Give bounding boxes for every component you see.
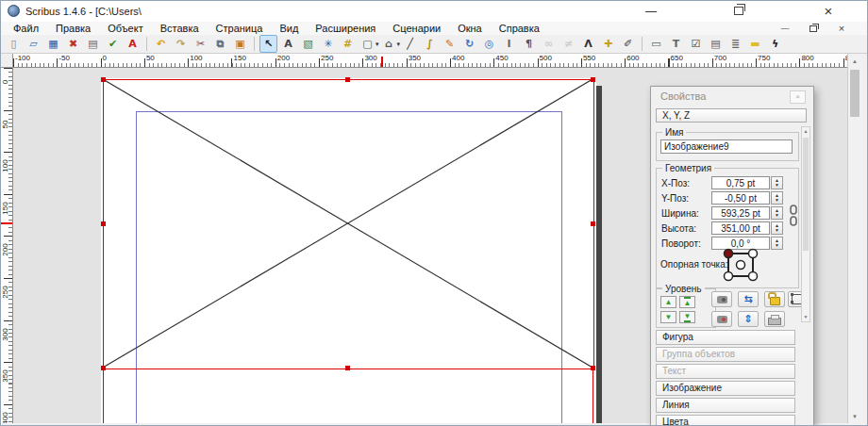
- scrollbar-thumb[interactable]: [850, 70, 860, 117]
- menu-item-extras[interactable]: Расширения: [307, 22, 384, 35]
- pdf-push-button-button[interactable]: ▭: [647, 35, 665, 53]
- menu-item-windows[interactable]: Окна: [449, 22, 491, 35]
- scroll-up-icon[interactable]: ▲: [848, 54, 861, 68]
- menu-item-scripts[interactable]: Сценарии: [384, 22, 449, 35]
- link-width-height-icon[interactable]: [789, 205, 798, 227]
- rotation-spinner[interactable]: ▲▼: [771, 237, 783, 250]
- menu-item-view[interactable]: Вид: [271, 22, 307, 35]
- handle-top-middle[interactable]: [345, 77, 350, 82]
- handle-middle-left[interactable]: [101, 221, 106, 226]
- save-document-button[interactable]: ▦: [44, 35, 62, 53]
- insert-line-button[interactable]: ╱: [401, 35, 419, 53]
- handle-middle-right[interactable]: [591, 221, 595, 226]
- handle-top-left[interactable]: [101, 77, 106, 82]
- save-as-pdf-button[interactable]: A: [124, 35, 142, 53]
- menu-item-item[interactable]: Объект: [99, 22, 151, 35]
- object-name-input[interactable]: Изображение9: [660, 139, 793, 154]
- menu-item-help[interactable]: Справка: [491, 22, 548, 35]
- menu-item-edit[interactable]: Правка: [47, 22, 99, 35]
- palette-scrollbar[interactable]: ▲ ▼: [801, 126, 810, 322]
- edit-text-story-editor-button[interactable]: ¶: [520, 35, 538, 53]
- basepoint-widget[interactable]: [719, 244, 762, 286]
- print-object-button[interactable]: [764, 311, 785, 327]
- zoom-tool-button[interactable]: ◎: [480, 35, 498, 53]
- width-input[interactable]: 593,25 pt: [711, 206, 770, 220]
- insert-polygon-button[interactable]: ⌂: [380, 35, 398, 53]
- pdf-text-annotation-button[interactable]: ▬: [746, 35, 764, 53]
- unlink-text-frames-button[interactable]: ≠: [559, 35, 577, 53]
- link-text-frames-button[interactable]: ∞: [540, 35, 558, 53]
- insert-bezier-curve-button[interactable]: ∫: [421, 35, 439, 53]
- close-document-button[interactable]: ✖: [64, 35, 82, 53]
- palette-close-button[interactable]: ×: [790, 90, 806, 104]
- width-spin-down-icon[interactable]: ▼: [775, 213, 779, 218]
- canvas-vertical-scrollbar[interactable]: ▲ ▼: [847, 54, 861, 423]
- mdi-restore-button[interactable]: [805, 23, 822, 34]
- x-pos-input[interactable]: 0,75 pt: [711, 176, 770, 189]
- insert-polygon-dropdown-icon[interactable]: ▾: [397, 41, 401, 48]
- menu-item-page[interactable]: Страница: [208, 22, 272, 35]
- raise-to-top-button[interactable]: ▲: [679, 296, 695, 308]
- x-pos-spin-down-icon[interactable]: ▼: [775, 183, 779, 188]
- y-pos-spinner[interactable]: ▲▼: [771, 191, 783, 205]
- section-image[interactable]: Изображение: [656, 381, 795, 396]
- section-shape[interactable]: Фигура: [656, 330, 795, 345]
- menu-item-insert[interactable]: Вставка: [152, 22, 208, 35]
- redo-button[interactable]: ↷: [172, 35, 190, 53]
- insert-table-button[interactable]: #: [339, 35, 357, 53]
- preflight-verifier-button[interactable]: ✔: [104, 35, 122, 53]
- flip-image-horizontal-button[interactable]: [711, 291, 732, 307]
- palette-scroll-down-icon[interactable]: ▼: [802, 313, 810, 321]
- height-spinner[interactable]: ▲▼: [771, 221, 783, 235]
- x-pos-spinner[interactable]: ▲▼: [771, 176, 783, 189]
- copy-item-properties-button[interactable]: ✚: [599, 35, 617, 53]
- flip-image-vertical-button[interactable]: [711, 311, 732, 327]
- pdf-text-field-button[interactable]: T: [667, 35, 685, 53]
- insert-image-frame-button[interactable]: ▧: [299, 35, 317, 53]
- select-item-button[interactable]: ↖: [259, 35, 277, 53]
- rotate-item-button[interactable]: ↻: [460, 35, 478, 53]
- open-document-button[interactable]: ▱: [25, 35, 42, 53]
- flip-vertical-button[interactable]: ⇕: [738, 311, 759, 327]
- palette-scroll-thumb[interactable]: [803, 138, 809, 251]
- paste-button[interactable]: ▣: [231, 35, 249, 53]
- copy-button[interactable]: ⧉: [211, 35, 229, 53]
- lower-to-bottom-button[interactable]: ▼: [679, 311, 695, 323]
- rotation-spin-down-icon[interactable]: ▼: [775, 243, 779, 248]
- restore-button[interactable]: [726, 1, 752, 21]
- undo-button[interactable]: ↶: [152, 35, 170, 53]
- print-document-button[interactable]: ▤: [84, 35, 102, 53]
- measurements-button[interactable]: Λ: [579, 35, 597, 53]
- section-line[interactable]: Линия: [656, 398, 795, 413]
- insert-shape-dropdown-icon[interactable]: ▾: [376, 41, 379, 48]
- insert-freehand-line-button[interactable]: ✎: [441, 35, 459, 53]
- raise-level-button[interactable]: ▲: [660, 296, 676, 308]
- insert-text-frame-button[interactable]: A: [279, 35, 297, 53]
- palette-scroll-up-icon[interactable]: ▲: [802, 127, 810, 136]
- y-pos-input[interactable]: -0,50 pt: [711, 191, 770, 205]
- cut-button[interactable]: ✂: [192, 35, 209, 53]
- width-spinner[interactable]: ▲▼: [771, 206, 783, 220]
- height-input[interactable]: 351,00 pt: [711, 221, 770, 235]
- new-document-button[interactable]: ▯: [5, 35, 23, 53]
- handle-bottom-middle[interactable]: [345, 366, 350, 370]
- handle-bottom-left[interactable]: [101, 366, 106, 370]
- lower-level-button[interactable]: ▼: [660, 311, 676, 323]
- insert-render-frame-button[interactable]: ✳: [319, 35, 337, 53]
- pdf-checkbox-button[interactable]: ☑: [687, 35, 705, 53]
- mdi-close-button[interactable]: ×: [833, 23, 850, 34]
- section-colors[interactable]: Цвета: [656, 415, 795, 426]
- handle-top-right[interactable]: [591, 77, 595, 82]
- close-button[interactable]: ×: [815, 1, 842, 21]
- height-spin-down-icon[interactable]: ▼: [775, 228, 779, 233]
- pdf-combo-box-button[interactable]: ▤: [707, 35, 725, 53]
- eye-dropper-button[interactable]: ✐: [619, 35, 637, 53]
- mdi-minimize-button[interactable]: —: [776, 23, 793, 34]
- insert-shape-button[interactable]: ▢: [359, 35, 376, 53]
- pdf-link-annotation-button[interactable]: ϟ: [766, 35, 784, 53]
- handle-bottom-right[interactable]: [591, 366, 595, 370]
- pdf-list-box-button[interactable]: ≣: [726, 35, 744, 53]
- menu-item-file[interactable]: Файл: [5, 22, 47, 35]
- lock-object-button[interactable]: [764, 291, 785, 307]
- selected-image-frame[interactable]: [103, 79, 594, 369]
